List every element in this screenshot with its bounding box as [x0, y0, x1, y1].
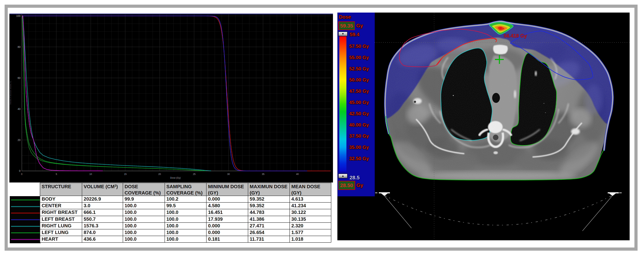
svg-text:80: 80 — [18, 45, 20, 48]
svg-text:0: 0 — [19, 169, 20, 172]
svg-text:20: 20 — [158, 173, 161, 176]
svg-text:20: 20 — [18, 139, 20, 142]
svg-text:35: 35 — [262, 173, 264, 176]
svg-text:5: 5 — [56, 173, 57, 176]
svg-text:Percent of Structure Volume (%: Percent of Structure Volume (%) — [10, 81, 12, 104]
svg-text:40: 40 — [18, 107, 20, 110]
svg-text:40: 40 — [296, 173, 299, 176]
svg-text:10: 10 — [89, 173, 92, 176]
svg-text:15: 15 — [124, 173, 126, 176]
svg-text:30: 30 — [227, 173, 230, 176]
svg-text:60: 60 — [18, 76, 20, 79]
svg-text:56.418 Gy: 56.418 Gy — [504, 33, 527, 39]
svg-text:Dose (Gy): Dose (Gy) — [170, 177, 181, 179]
svg-text:25: 25 — [193, 173, 196, 176]
svg-text:0: 0 — [21, 173, 22, 176]
svg-text:100: 100 — [16, 15, 21, 17]
